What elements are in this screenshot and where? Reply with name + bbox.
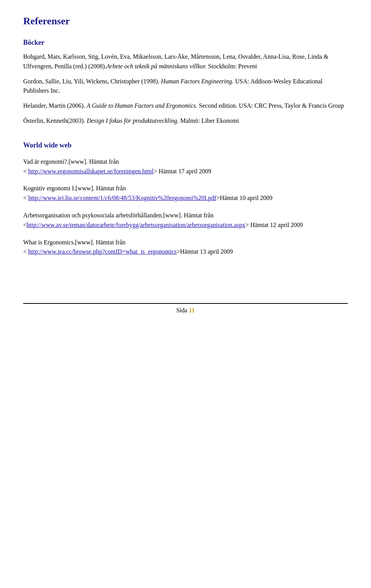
- web-heading: World wide web: [23, 141, 348, 149]
- books-heading: Böcker: [23, 39, 348, 47]
- reference-2: Gordon, Sallie, Liu, Yili, Wickens, Chri…: [23, 77, 348, 96]
- reference-1: Bohgard, Mats, Karlsson, Stig, Lovén, Ev…: [23, 52, 348, 71]
- web-section: World wide web Vad är ergonomi?.[www]. H…: [23, 141, 348, 257]
- web1-link[interactable]: http://www.ergonomisallskapet.se/forenin…: [28, 168, 153, 175]
- web3-link-prefix: <: [23, 222, 27, 228]
- page-title: Referenser: [23, 15, 348, 27]
- web3-after: > Hämtat 12 april 2009: [245, 222, 303, 228]
- ref3-text: Helander, Martin (2006). A Guide to Huma…: [23, 102, 344, 109]
- web-reference-1: Vad är ergonomi?.[www]. Hämtat från < ht…: [23, 157, 348, 176]
- web2-link[interactable]: http://www.iei.liu.se/content/1/c6/08/48…: [28, 195, 216, 201]
- web2-after: >Hämtat 10 april 2009: [216, 195, 272, 201]
- web4-before: What is Ergonomics.[www]. Hämtat från: [23, 239, 126, 246]
- web-reference-3: Arbetsorganisation och psykosociala arbe…: [23, 211, 348, 230]
- web1-before: Vad är ergonomi?.[www]. Hämtat från: [23, 158, 119, 165]
- books-section: Böcker Bohgard, Mats, Karlsson, Stig, Lo…: [23, 39, 348, 126]
- web1-link-prefix: <: [23, 168, 28, 175]
- web3-before: Arbetsorganisation och psykosociala arbe…: [23, 212, 213, 219]
- reference-3: Helander, Martin (2006). A Guide to Huma…: [23, 101, 348, 111]
- web-reference-4: What is Ergonomics.[www]. Hämtat från < …: [23, 238, 348, 257]
- footer-label: Sida: [176, 307, 187, 313]
- web3-link[interactable]: http://www.av.se/teman/datorarbete/foreb…: [27, 222, 245, 228]
- ref2-text: Gordon, Sallie, Liu, Yili, Wickens, Chri…: [23, 78, 322, 94]
- web2-link-prefix: <: [23, 195, 28, 201]
- web4-link[interactable]: http://www.iea.cc/browse.php?contID=what…: [28, 248, 177, 255]
- web2-before: Kognitiv ergonomi I.[www]. Hämtat från: [23, 185, 126, 191]
- page-footer: Sida 11: [23, 303, 348, 314]
- reference-4: Österlin, Kenneth(2003). Design I fokus …: [23, 116, 348, 126]
- page-number: 11: [189, 307, 195, 313]
- web4-after: >Hämtat 13 april 2009: [177, 248, 233, 255]
- ref4-text: Österlin, Kenneth(2003). Design I fokus …: [23, 117, 239, 124]
- web-reference-2: Kognitiv ergonomi I.[www]. Hämtat från <…: [23, 184, 348, 203]
- ref1-text: Bohgard, Mats, Karlsson, Stig, Lovén, Ev…: [23, 53, 328, 69]
- web4-link-prefix: <: [23, 248, 28, 255]
- web1-after: > Hämtat 17 april 2009: [153, 168, 211, 175]
